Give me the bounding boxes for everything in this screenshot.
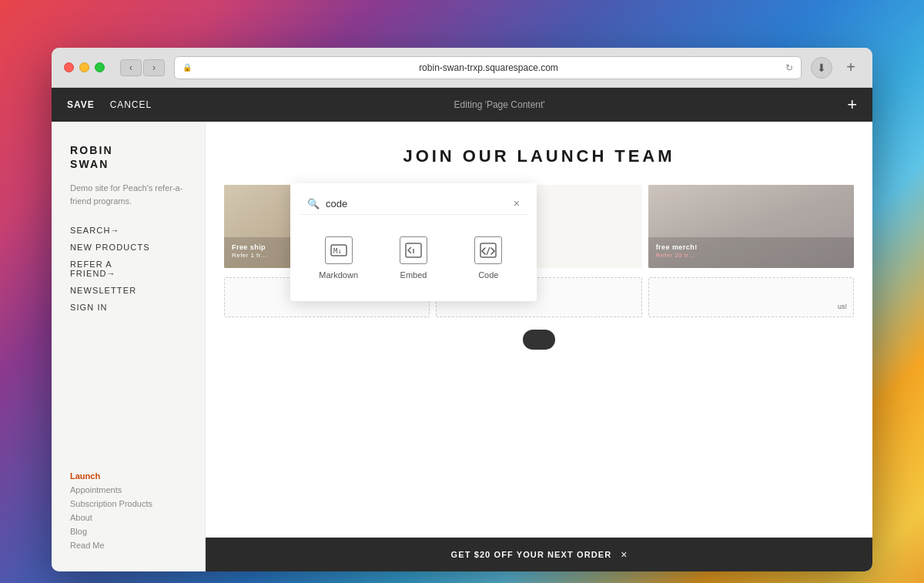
browser-window: ‹ › 🔒 robin-swan-trxp.squarespace.com ↻ … (52, 48, 872, 571)
right-image-overlay: free merch!Refer 20 fr... (656, 243, 698, 259)
back-button[interactable]: ‹ (120, 59, 142, 76)
minimize-button[interactable] (79, 62, 89, 72)
block-options: M↓ Markdown (300, 221, 527, 292)
svg-text:M↓: M↓ (333, 247, 342, 255)
maximize-button[interactable] (95, 62, 105, 72)
sidebar-page-subscription[interactable]: Subscription Products (70, 499, 186, 508)
image-block-right: free merch!Refer 20 fr... (648, 185, 854, 268)
add-block-button[interactable]: + (847, 95, 857, 115)
cancel-button[interactable]: CANCEL (110, 99, 152, 110)
block-option-markdown[interactable]: M↓ Markdown (303, 227, 374, 289)
editor-toolbar: SAVE CANCEL Editing 'Page Content' + (52, 88, 872, 122)
oval-button[interactable] (523, 330, 555, 350)
search-input[interactable]: code (326, 198, 507, 209)
nav-refer-friend[interactable]: REFER AFRIEND→ (70, 260, 186, 278)
nav-new-products[interactable]: NEW PRODUCTS (70, 243, 186, 252)
url-text: robin-swan-trxp.squarespace.com (196, 62, 781, 73)
sidebar-page-appointments[interactable]: Appointments (70, 485, 186, 494)
traffic-lights (64, 62, 105, 72)
notification-bar: GET $20 OFF YOUR NEXT ORDER × (206, 538, 872, 571)
sidebar-page-blog[interactable]: Blog (70, 527, 186, 536)
embed-icon (400, 236, 427, 264)
nav-buttons: ‹ › (120, 59, 165, 76)
sidebar-page-launch[interactable]: Launch (70, 471, 186, 481)
forward-button[interactable]: › (143, 59, 165, 76)
save-button[interactable]: SAVE (67, 99, 95, 110)
sidebar-page-readme[interactable]: Read Me (70, 541, 186, 550)
block-option-code[interactable]: Code (453, 227, 524, 289)
nav-links: SEARCH→ NEW PRODUCTS REFER AFRIEND→ NEWS… (70, 226, 186, 312)
notification-text: GET $20 OFF YOUR NEXT ORDER (451, 550, 612, 559)
left-image-overlay: Free shipRefer 1 fr... (232, 243, 266, 259)
search-icon: 🔍 (307, 198, 320, 209)
markdown-icon: M↓ (325, 236, 353, 264)
search-overlay: 🔍 code × M↓ Markdown (290, 183, 537, 301)
close-button[interactable] (64, 62, 74, 72)
sidebar-pages: Launch Appointments Subscription Product… (70, 471, 186, 550)
sidebar-page-about[interactable]: About (70, 513, 186, 522)
nav-newsletter[interactable]: NEWSLETTER (70, 286, 186, 295)
address-bar[interactable]: 🔒 robin-swan-trxp.squarespace.com ↻ (174, 56, 802, 79)
markdown-label: Markdown (319, 270, 358, 280)
page-content: ROBINSWAN Demo site for Peach's refer-a-… (52, 122, 872, 571)
promo-text: us! (838, 303, 847, 310)
download-button[interactable]: ⬇ (811, 57, 832, 79)
editing-label: Editing 'Page Content' (167, 99, 832, 110)
placeholder-block-3: us! (648, 277, 854, 317)
embed-label: Embed (400, 270, 427, 280)
block-option-embed[interactable]: Embed (377, 227, 449, 289)
search-input-row: 🔍 code × (300, 193, 527, 215)
lock-icon: 🔒 (182, 63, 192, 72)
code-icon (474, 236, 502, 264)
nav-sign-in[interactable]: SIGN IN (70, 303, 186, 312)
code-label: Code (478, 270, 498, 280)
nav-search[interactable]: SEARCH→ (70, 226, 186, 235)
title-bar: ‹ › 🔒 robin-swan-trxp.squarespace.com ↻ … (52, 48, 872, 88)
search-clear-button[interactable]: × (514, 197, 520, 209)
notification-close-button[interactable]: × (621, 548, 627, 561)
page-title: JOIN OUR LAUNCH TEAM (206, 122, 872, 185)
sidebar: ROBINSWAN Demo site for Peach's refer-a-… (52, 122, 206, 571)
site-name: ROBINSWAN (70, 143, 186, 171)
reload-button[interactable]: ↻ (785, 62, 793, 73)
main-area: JOIN OUR LAUNCH TEAM Free shipRefer 1 fr… (206, 122, 872, 571)
tab-add-button[interactable]: + (842, 59, 860, 77)
site-description: Demo site for Peach's refer-a-friend pro… (70, 182, 186, 207)
